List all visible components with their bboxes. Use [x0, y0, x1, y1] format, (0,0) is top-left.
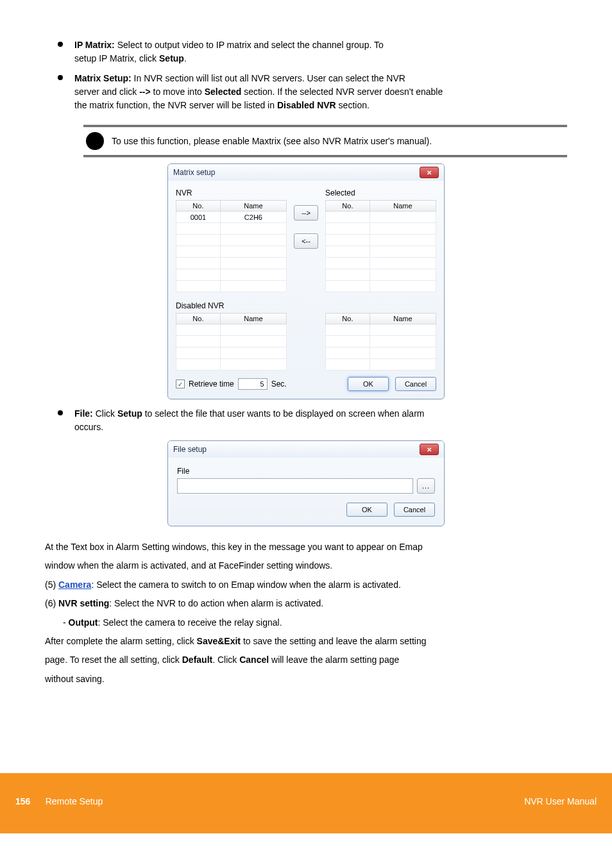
- dialog-title: Matrix setup: [173, 168, 215, 177]
- cancel-button[interactable]: Cancel: [394, 503, 435, 517]
- col-no: No.: [176, 201, 221, 212]
- bullet-dot: [58, 410, 63, 415]
- disabled-nvr-label: Disabled NVR: [176, 301, 287, 310]
- col-no: No.: [326, 313, 370, 324]
- col-no: No.: [176, 313, 221, 324]
- nvr-table[interactable]: No. Name 0001 C2H6: [176, 200, 287, 292]
- note-block: To use this function, please enable Maxt…: [83, 125, 567, 157]
- col-name: Name: [370, 313, 436, 324]
- browse-button[interactable]: ...: [417, 478, 435, 494]
- col-name: Name: [220, 313, 286, 324]
- col-name: Name: [220, 201, 286, 212]
- file-path-input[interactable]: [177, 478, 413, 494]
- bullet-text-3: File: Click Setup to select the file tha…: [74, 407, 567, 434]
- bullet-dot: [58, 42, 63, 47]
- dialog-title: File setup: [173, 445, 207, 454]
- ok-button[interactable]: OK: [346, 503, 387, 517]
- move-left-button[interactable]: <--: [294, 233, 318, 249]
- footer-left: Remote Setup: [46, 796, 103, 806]
- retrieve-time-label: Retrieve time: [189, 380, 234, 388]
- matrix-setup-dialog: Matrix setup ✕ NVR No. Name 0001 C2H6: [167, 163, 445, 399]
- cancel-button[interactable]: Cancel: [395, 377, 436, 391]
- body-paragraphs: At the Text box in Alarm Setting windows…: [45, 538, 567, 689]
- note-text: To use this function, please enable Maxt…: [112, 135, 432, 147]
- footer-right: NVR User Manual: [524, 796, 597, 806]
- bullet-dot: [58, 75, 63, 80]
- col-no: No.: [326, 201, 370, 212]
- selected-table[interactable]: No. Name: [325, 200, 436, 292]
- retrieve-time-checkbox[interactable]: ✓: [176, 380, 185, 388]
- bullet-text-1: IP Matrix: Select to output video to IP …: [74, 38, 567, 65]
- file-label: File: [177, 467, 435, 476]
- table-row: 0001 C2H6: [176, 212, 287, 223]
- page-number: 156: [15, 796, 30, 806]
- footer: 156 Remote Setup NVR User Manual: [0, 773, 612, 833]
- disabled-nvr-table[interactable]: No. Name: [176, 313, 287, 371]
- move-right-button[interactable]: -->: [294, 205, 318, 221]
- nvr-label: NVR: [176, 188, 287, 197]
- note-icon: [86, 132, 104, 150]
- disabled-selected-table[interactable]: No. Name: [325, 313, 436, 371]
- sec-label: Sec.: [271, 380, 287, 388]
- col-name: Name: [370, 201, 436, 212]
- close-icon[interactable]: ✕: [420, 167, 439, 178]
- ok-button[interactable]: OK: [348, 377, 389, 391]
- selected-label: Selected: [325, 188, 436, 197]
- bullet-text-2: Matrix Setup: In NVR section will list o…: [74, 72, 567, 112]
- close-icon[interactable]: ✕: [420, 444, 439, 455]
- retrieve-time-input[interactable]: [238, 378, 268, 390]
- file-setup-dialog: File setup ✕ File ... OK Cancel: [167, 440, 445, 526]
